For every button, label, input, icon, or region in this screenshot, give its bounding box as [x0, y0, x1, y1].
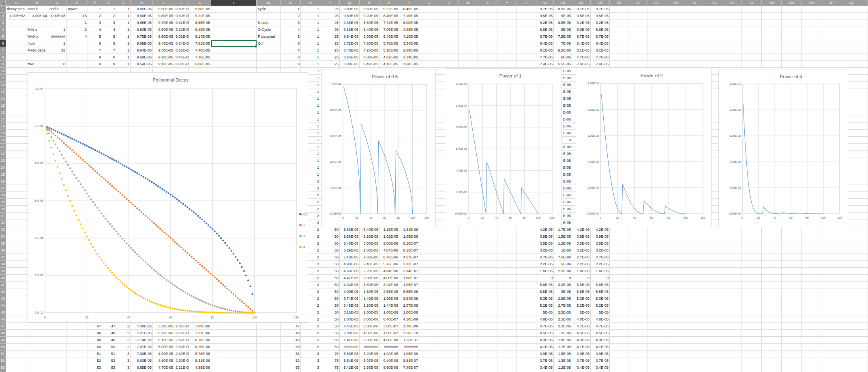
cell-I52[interactable]: 4.80E-05 [153, 357, 174, 364]
cell-S6[interactable]: 5.78E-05 [379, 40, 399, 47]
cell-AD51[interactable]: 3.9E-05 [591, 350, 610, 357]
cell-C1[interactable]: end lr [48, 6, 66, 13]
col-header-T[interactable]: T [399, 0, 419, 6]
cell-AB38[interactable]: 5E-06 [554, 261, 572, 268]
cell-K50[interactable]: 6.25E-06 [189, 344, 211, 350]
cell-S7[interactable]: 5.18E-05 [379, 47, 399, 54]
cell-O48[interactable]: 2 [301, 330, 320, 337]
cell-M1[interactable]: cycle [257, 6, 281, 13]
cell-K8[interactable]: 7.16E-05 [189, 54, 211, 61]
cell-G9[interactable]: 1 [116, 61, 131, 68]
row-header-42[interactable]: 42 [0, 288, 6, 295]
cell-F48[interactable]: 48 [102, 330, 116, 337]
cell-F50[interactable]: 50 [102, 344, 116, 350]
col-header-W[interactable]: W [459, 0, 478, 6]
col-header-B[interactable]: B [26, 0, 48, 6]
cell-P51[interactable]: 75 [320, 350, 340, 357]
cell-I47[interactable]: 5.30E-05 [153, 323, 174, 330]
power-of-2-chart[interactable]: 0.00E+002.00E-054.00E-056.00E-058.00E-05… [576, 68, 712, 227]
cell-R34[interactable]: 3.20E-05 [360, 233, 379, 240]
cell-K2[interactable]: 9.22E-05 [189, 13, 211, 19]
cell-R1[interactable]: 9.60E-05 [360, 6, 379, 13]
cell-T52[interactable]: 8.84E-07 [399, 357, 419, 364]
cell-T36[interactable]: 6.15E-07 [399, 247, 419, 254]
cell-G2[interactable]: 1 [116, 13, 131, 19]
cell-P7[interactable]: 25 [320, 47, 340, 54]
cell-P44[interactable]: 50 [320, 302, 340, 309]
cell-N1[interactable]: 1 [281, 6, 301, 13]
col-header-AJ[interactable]: AJ [704, 0, 723, 6]
cell-AB39[interactable]: 2.5E-06 [554, 268, 572, 275]
row-header-2[interactable]: 2 [0, 13, 6, 19]
col-header-AO[interactable]: AO [802, 0, 821, 6]
col-header-AI[interactable]: AI [685, 0, 704, 6]
cell-R39[interactable]: 2.20E-05 [360, 268, 379, 275]
cell-T47[interactable]: 1.30E-09 [399, 323, 419, 330]
cell-F6[interactable]: 6 [102, 40, 116, 47]
cell-I53[interactable]: 4.70E-05 [153, 364, 174, 371]
cell-O49[interactable]: 2 [301, 337, 320, 344]
cell-AB45[interactable]: 2.5E-05 [554, 309, 572, 316]
cell-M6[interactable]: Q:lr [257, 40, 281, 47]
cell-AA2[interactable]: 9.5E-05 [536, 13, 554, 19]
cell-C2[interactable]: 1.00E-08 [48, 13, 66, 19]
cell-E5[interactable]: 5 [88, 33, 102, 40]
cell-Q52[interactable]: 5.54E-05 [340, 357, 360, 364]
cell-G4[interactable]: 1 [116, 26, 131, 33]
cell-R48[interactable]: 4.00E-06 [360, 330, 379, 337]
cell-G48[interactable]: 2 [116, 330, 131, 337]
cell-Q3[interactable]: 9.38E-05 [340, 19, 360, 26]
cell-B7[interactable]: Fixed deca [26, 47, 48, 54]
cell-AC35[interactable]: 3.5E-05 [572, 240, 591, 247]
row-header-44[interactable]: 44 [0, 302, 6, 309]
row-header-28[interactable]: 28 [0, 192, 6, 199]
cell-E1[interactable]: 1 [88, 6, 102, 13]
cell-AC39[interactable]: 1.6E-05 [572, 268, 591, 275]
row-header-39[interactable]: 39 [0, 268, 6, 275]
cell-AD47[interactable]: 4.7E-05 [591, 323, 610, 330]
cell-K51[interactable]: 5.76E-06 [189, 350, 211, 357]
cell-AC50[interactable]: 4.1E-05 [572, 344, 591, 350]
cell-R38[interactable]: 2.40E-05 [360, 261, 379, 268]
cell-AA42[interactable]: 5.5E-05 [536, 288, 554, 295]
cell-Q43[interactable]: 3.74E-05 [340, 295, 360, 302]
cell-K1[interactable]: 9.60E-05 [189, 6, 211, 13]
cell-A2[interactable]: 1.00E+02 [6, 13, 26, 19]
cell-N49[interactable]: 49 [281, 337, 301, 344]
col-header-V[interactable]: V [439, 0, 459, 6]
col-header-partial[interactable] [861, 0, 868, 6]
cell-J1[interactable]: 9.80E-05 [174, 6, 189, 13]
cell-AD4[interactable]: 8.9E-05 [591, 26, 610, 33]
cell-AA46[interactable]: 4.8E-05 [536, 316, 554, 323]
cell-H1[interactable]: 9.95E-05 [131, 6, 153, 13]
cell-E2[interactable]: 2 [88, 13, 102, 19]
cell-N48[interactable]: 48 [281, 330, 301, 337]
cell-AA50[interactable]: 4.1E-05 [536, 344, 554, 350]
row-header-33[interactable]: 33 [0, 226, 6, 233]
cell-J50[interactable]: 2.50E-05 [174, 344, 189, 350]
cell-K9[interactable]: 6.86E-05 [189, 61, 211, 68]
cell-H5[interactable]: 9.75E-05 [131, 33, 153, 40]
cell-P46[interactable]: 50 [320, 316, 340, 323]
col-header-H[interactable]: H [131, 0, 153, 6]
cell-AD53[interactable]: 3.4E-05 [591, 364, 610, 371]
cell-S3[interactable]: 7.74E-05 [379, 19, 399, 26]
cell-AB3[interactable]: 8.5E-05 [554, 19, 572, 26]
col-header-AF[interactable]: AF [628, 0, 647, 6]
cell-R51[interactable]: 3.20E-05 [360, 350, 379, 357]
cell-N5[interactable]: 5 [281, 33, 301, 40]
cell-S36[interactable]: 7.84E-06 [379, 247, 399, 254]
cell-H47[interactable]: 7.28E-05 [131, 323, 153, 330]
cell-T5[interactable]: 4.10E-05 [399, 33, 419, 40]
cell-T48[interactable]: 2.56E-10 [399, 330, 419, 337]
cell-H7[interactable]: 9.64E-05 [131, 47, 153, 54]
cell-Q51[interactable]: 5.66E-05 [340, 350, 360, 357]
cell-R3[interactable]: 8.80E-05 [360, 19, 379, 26]
cell-AA9[interactable]: 7.4E-05 [536, 61, 554, 68]
cell-AA33[interactable]: 4.2E-05 [536, 226, 554, 233]
cell-C9[interactable]: 0 [48, 61, 66, 68]
col-header-J[interactable]: J [174, 0, 189, 6]
cell-AA37[interactable]: 2.7E-05 [536, 254, 554, 261]
col-header-S[interactable]: S [379, 0, 399, 6]
cell-K48[interactable]: 7.31E-06 [189, 330, 211, 337]
